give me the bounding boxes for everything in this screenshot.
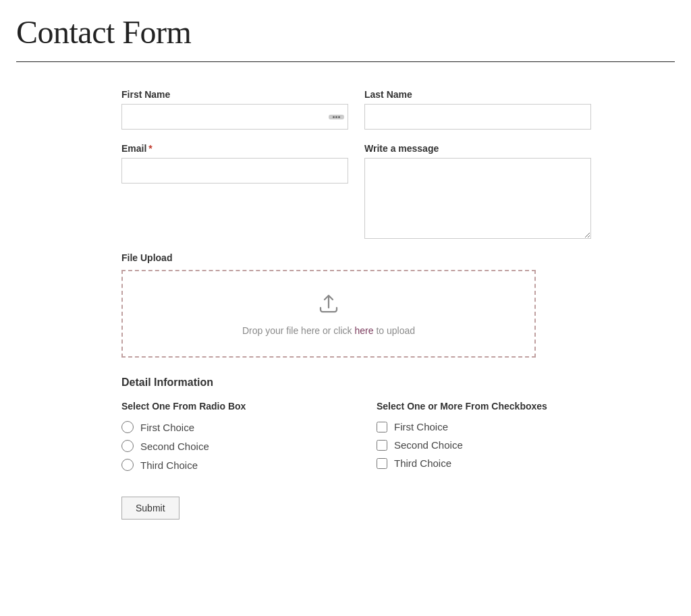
form-container: First Name Last Name Email* — [0, 62, 607, 547]
required-indicator: * — [148, 143, 152, 154]
radio-option-2[interactable]: Second Choice — [121, 440, 336, 452]
last-name-input[interactable] — [364, 104, 591, 130]
dot3 — [338, 116, 340, 118]
dot1 — [333, 116, 335, 118]
radio-option-1[interactable]: First Choice — [121, 421, 336, 433]
dot2 — [335, 116, 337, 118]
radio-input-1[interactable] — [121, 421, 134, 433]
message-label: Write a message — [364, 143, 591, 154]
drop-suffix: to upload — [374, 325, 416, 336]
radio-label-2: Second Choice — [140, 441, 209, 452]
detail-section: Detail Information Select One From Radio… — [121, 376, 591, 520]
checkbox-option-1[interactable]: First Choice — [377, 421, 591, 432]
detail-title: Detail Information — [121, 376, 591, 389]
message-textarea[interactable] — [364, 158, 591, 239]
page-title: Contact Form — [16, 13, 675, 51]
checkbox-option-3[interactable]: Third Choice — [377, 457, 591, 469]
file-upload-section: File Upload Drop your file here or click… — [121, 252, 591, 358]
checkbox-input-1[interactable] — [377, 422, 387, 432]
email-group: Email* — [121, 143, 348, 239]
radio-group: Select One From Radio Box First Choice S… — [121, 401, 336, 478]
radio-option-3[interactable]: Third Choice — [121, 459, 336, 471]
radio-input-2[interactable] — [121, 440, 134, 452]
checkbox-option-2[interactable]: Second Choice — [377, 439, 591, 451]
submit-button[interactable]: Submit — [121, 497, 179, 520]
first-name-input-wrapper — [121, 104, 348, 130]
email-label: Email* — [121, 143, 348, 154]
radio-input-3[interactable] — [121, 459, 134, 471]
upload-icon — [136, 291, 521, 318]
contact-form: First Name Last Name Email* — [121, 89, 591, 520]
upload-link[interactable]: here — [354, 325, 373, 336]
file-upload-area[interactable]: Drop your file here or click here to upl… — [121, 270, 536, 358]
upload-text: Drop your file here or click here to upl… — [136, 325, 521, 336]
message-group: Write a message — [364, 143, 591, 239]
checkbox-group-label: Select One or More From Checkboxes — [377, 401, 591, 412]
radio-group-label: Select One From Radio Box — [121, 401, 336, 412]
checkbox-label-3: Third Choice — [394, 457, 451, 469]
checkbox-group: Select One or More From Checkboxes First… — [377, 401, 591, 478]
first-name-label: First Name — [121, 89, 348, 100]
email-input[interactable] — [121, 158, 348, 184]
page-header: Contact Form — [0, 0, 691, 61]
input-expand-button[interactable] — [329, 115, 344, 119]
radio-label-3: Third Choice — [140, 459, 198, 471]
first-name-input[interactable] — [121, 104, 348, 130]
options-row: Select One From Radio Box First Choice S… — [121, 401, 591, 478]
checkbox-input-2[interactable] — [377, 440, 387, 451]
radio-label-1: First Choice — [140, 422, 194, 433]
drop-text: Drop your file here or click — [242, 325, 355, 336]
last-name-label: Last Name — [364, 89, 591, 100]
checkbox-label-1: First Choice — [394, 421, 448, 432]
checkbox-input-3[interactable] — [377, 458, 387, 469]
name-row: First Name Last Name — [121, 89, 591, 130]
first-name-group: First Name — [121, 89, 348, 130]
checkbox-label-2: Second Choice — [394, 439, 463, 451]
email-message-row: Email* Write a message — [121, 143, 591, 239]
last-name-group: Last Name — [364, 89, 591, 130]
file-upload-label: File Upload — [121, 252, 591, 263]
